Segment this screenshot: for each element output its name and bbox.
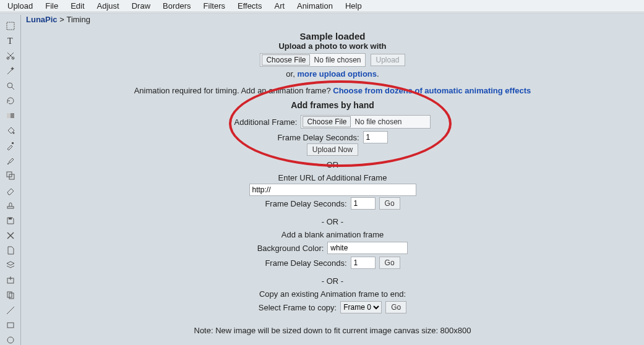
upload-now-button[interactable]: Upload Now [307, 143, 358, 156]
frame-delay-row-1: Frame Delay Seconds: [277, 131, 387, 143]
svg-rect-0 [7, 22, 14, 30]
delete-icon[interactable] [5, 231, 16, 241]
copy-frame-heading: Copy an existing Animation frame to end: [21, 289, 644, 299]
go-button-1[interactable]: Go [379, 197, 400, 210]
menubar: Upload File Edit Adjust Draw Borders Fil… [0, 0, 644, 12]
frame-select[interactable]: Frame 0 [340, 301, 382, 313]
or-3: - OR - [21, 276, 644, 286]
menu-animation[interactable]: Animation [291, 1, 339, 11]
rotate-icon[interactable] [5, 96, 16, 106]
url-input[interactable] [249, 184, 416, 196]
more-upload-options-link[interactable]: more upload options [297, 69, 377, 79]
dot: . [377, 69, 379, 79]
eraser-icon[interactable] [5, 185, 16, 195]
additional-frame-row: Additional Frame: Choose File No file ch… [234, 115, 431, 129]
line-icon[interactable] [5, 305, 16, 315]
menu-edit[interactable]: Edit [64, 1, 90, 11]
frame-delay-row-2: Frame Delay Seconds: Go [265, 197, 400, 210]
bg-color-row: Background Color: [257, 242, 408, 254]
breadcrumb-sep: > [59, 15, 64, 24]
svg-rect-6 [7, 113, 11, 118]
menu-art[interactable]: Art [268, 1, 291, 11]
go-button-3[interactable]: Go [385, 301, 406, 313]
wand-icon[interactable] [5, 66, 16, 76]
ribbon-divider [0, 12, 644, 14]
frame-delay-input-1[interactable] [363, 131, 388, 143]
menu-borders[interactable]: Borders [157, 1, 197, 11]
main-content: Sample loaded Upload a photo to work wit… [21, 25, 644, 345]
copy-icon[interactable] [5, 290, 16, 300]
bucket-icon[interactable] [5, 126, 16, 135]
canvas-size-note: Note: New image will be sized down to fi… [21, 326, 644, 335]
or-text: or, [286, 69, 294, 79]
auto-effects-link[interactable]: Choose from dozens of automatic animatin… [333, 86, 531, 95]
menu-effects[interactable]: Effects [231, 1, 268, 11]
svg-point-17 [7, 337, 14, 343]
add-frames-heading: Add frames by hand [21, 100, 644, 110]
frame-delay-label-1: Frame Delay Seconds: [277, 133, 359, 142]
breadcrumb-current: Timing [66, 15, 90, 24]
svg-rect-8 [12, 142, 14, 144]
svg-point-7 [12, 132, 14, 134]
new-page-icon[interactable] [5, 245, 16, 255]
menu-adjust[interactable]: Adjust [91, 1, 126, 11]
page-title: Sample loaded [21, 31, 644, 41]
eyedropper-icon[interactable] [5, 141, 16, 151]
additional-choose-file[interactable]: Choose File [303, 116, 351, 127]
upload-button[interactable]: Upload [371, 54, 405, 66]
frame-delay-label-2: Frame Delay Seconds: [265, 199, 346, 208]
export-icon[interactable] [5, 275, 16, 285]
frame-delay-input-2[interactable] [351, 197, 376, 210]
animation-required-text: Animation required for timing. Add an an… [134, 86, 331, 95]
gradient-icon[interactable] [5, 111, 16, 121]
layers-icon[interactable] [5, 260, 16, 270]
select-frame-label: Select Frame to copy: [259, 303, 337, 312]
scissors-icon[interactable] [5, 51, 16, 61]
or-2: - OR - [21, 217, 644, 226]
menu-filters[interactable]: Filters [197, 1, 231, 11]
frame-delay-row-3: Frame Delay Seconds: Go [265, 257, 400, 269]
menu-file[interactable]: File [39, 1, 64, 11]
breadcrumb: LunaPic > Timing [26, 15, 90, 24]
brush-icon[interactable] [5, 156, 16, 166]
page-subtitle: Upload a photo to work with [21, 41, 644, 51]
svg-rect-11 [7, 207, 14, 208]
frame-delay-input-3[interactable] [351, 257, 376, 269]
svg-point-4 [7, 83, 12, 88]
blank-frame-heading: Add a blank animation frame [21, 230, 644, 239]
bg-color-label: Background Color: [257, 244, 324, 253]
select-frame-row: Select Frame to copy: Frame 0 Go [259, 301, 406, 313]
zoom-icon[interactable] [5, 81, 16, 91]
upload-row: Choose File No file chosen Upload [260, 53, 405, 67]
go-button-2[interactable]: Go [379, 257, 400, 269]
clone-icon[interactable] [5, 171, 16, 181]
circle-icon[interactable] [5, 335, 16, 345]
svg-text:T: T [7, 36, 13, 46]
menu-draw[interactable]: Draw [126, 1, 157, 11]
svg-rect-12 [9, 218, 12, 219]
or-more-line: or, more upload options. [21, 69, 644, 79]
svg-rect-16 [7, 323, 14, 328]
marquee-icon[interactable] [5, 21, 16, 31]
url-frame-heading: Enter URL of Additional Frame [21, 173, 644, 182]
menu-help[interactable]: Help [339, 1, 368, 11]
text-icon[interactable]: T [5, 36, 16, 46]
frame-delay-label-3: Frame Delay Seconds: [265, 258, 346, 268]
save-icon[interactable] [5, 215, 16, 225]
tool-sidebar: T [0, 15, 21, 345]
additional-frame-file[interactable]: Choose File No file chosen [301, 115, 431, 129]
or-1: - OR - [21, 160, 644, 169]
animation-required-line: Animation required for timing. Add an an… [21, 86, 644, 95]
rect-icon[interactable] [5, 320, 16, 330]
additional-no-file: No file chosen [354, 117, 401, 126]
choose-file-button[interactable]: Choose File [262, 54, 310, 66]
breadcrumb-root[interactable]: LunaPic [26, 15, 58, 24]
bg-color-input[interactable] [327, 242, 408, 254]
no-file-text: No file chosen [314, 56, 361, 64]
additional-frame-label: Additional Frame: [234, 117, 298, 127]
stamp-icon[interactable] [5, 200, 16, 210]
main-file-input[interactable]: Choose File No file chosen [260, 53, 365, 67]
menu-upload[interactable]: Upload [1, 1, 39, 11]
